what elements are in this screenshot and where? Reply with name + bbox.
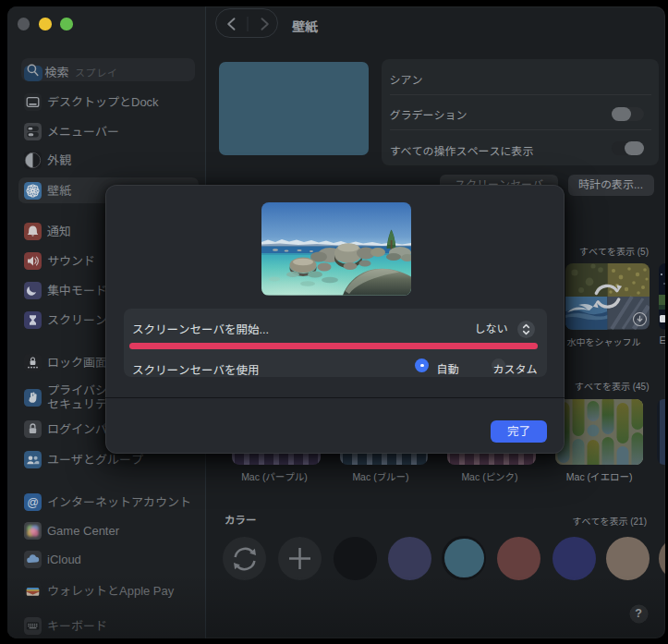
svg-text:@: @ [27, 495, 39, 508]
